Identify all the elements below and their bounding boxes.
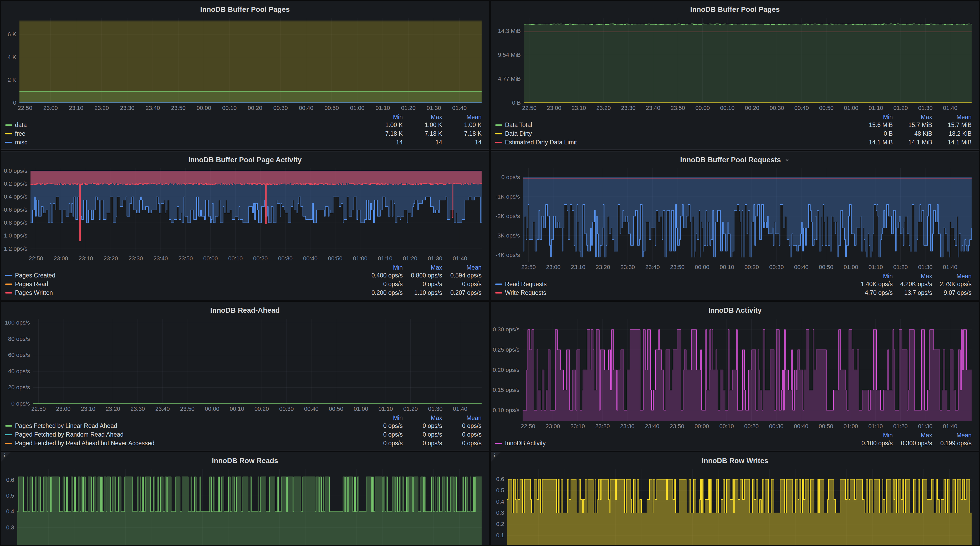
x-axis-tick-label: 01:30 <box>426 105 441 112</box>
legend-series[interactable]: data <box>5 121 363 129</box>
legend-sort-header[interactable]: Max <box>403 264 442 271</box>
legend-series[interactable]: Paged Fetched by Read Ahead but Never Ac… <box>5 440 363 447</box>
x-axis-tick-label: 00:30 <box>279 406 294 412</box>
legend-series[interactable]: Pages Written <box>5 289 363 296</box>
panel-body: 6 K4 K2 K022:5023:0023:1023:2023:3023:40… <box>1 18 489 113</box>
legend-sort-header[interactable]: Mean <box>932 432 972 439</box>
chart-canvas[interactable] <box>523 319 972 421</box>
legend-series-row: Data Dirty0 B48 KiB18.2 KiB <box>495 129 972 138</box>
x-axis-tick-label: 23:30 <box>130 406 145 412</box>
legend-sort-header[interactable]: Min <box>853 273 893 280</box>
legend-sort-header[interactable]: Max <box>403 113 442 121</box>
legend-sort-header[interactable]: Min <box>363 264 403 271</box>
panel-title[interactable]: InnoDB Buffer Pool Requests <box>680 156 781 164</box>
x-axis-tick-label: 00:50 <box>328 255 342 262</box>
legend-sort-header[interactable]: Max <box>893 432 932 439</box>
y-axis-tick-label: 0.1 <box>496 532 504 539</box>
panel-title[interactable]: InnoDB Buffer Pool Page Activity <box>188 156 302 164</box>
legend-sort-header[interactable]: Mean <box>442 113 482 121</box>
panel-body: 0.30 ops/s0.25 ops/s0.20 ops/s0.15 ops/s… <box>491 319 979 431</box>
legend-series[interactable]: Pages Read <box>5 281 363 288</box>
legend-sort-header[interactable]: Mean <box>932 113 972 121</box>
chart-canvas[interactable] <box>18 469 482 545</box>
legend-sort-header[interactable]: Mean <box>442 415 482 421</box>
time-series-chart[interactable] <box>30 168 482 253</box>
legend-max-value: 48 KiB <box>893 130 932 137</box>
panel-title[interactable]: InnoDB Row Reads <box>212 457 278 465</box>
legend-series-label: Write Requests <box>505 289 546 296</box>
panel-2-innodb-buffer-pool-page-activity: InnoDB Buffer Pool Page Activity0.0 ops/… <box>1 151 489 300</box>
legend-sort-header[interactable]: Max <box>893 273 932 280</box>
chart-canvas[interactable] <box>19 18 482 103</box>
chart-area: 0.60.50.40.3 <box>1 469 482 545</box>
legend: MinMaxMeanData Total15.6 MiB15.7 MiB15.7… <box>491 113 979 149</box>
panel-header: InnoDB Buffer Pool Pages <box>1 1 489 18</box>
chart-canvas[interactable] <box>508 469 972 545</box>
y-axis-tick-label: 0 ops/s <box>501 174 520 181</box>
legend-series[interactable]: misc <box>5 139 363 146</box>
time-series-chart[interactable] <box>523 168 972 262</box>
legend-series[interactable]: Pages Fetched by Linear Read Ahead <box>5 422 363 429</box>
panel-info-icon[interactable] <box>491 452 501 462</box>
legend-series-label: misc <box>15 139 27 146</box>
legend-series[interactable]: Data Dirty <box>495 130 853 137</box>
legend-series[interactable]: free <box>5 130 363 137</box>
x-axis-tick-label: 00:30 <box>278 255 293 262</box>
legend-mean-value: 0 ops/s <box>442 422 482 429</box>
legend-series-label: Data Total <box>505 121 532 129</box>
y-axis: 0.0 ops/s-0.2 ops/s-0.4 ops/s-0.6 ops/s-… <box>1 168 30 253</box>
time-series-chart[interactable] <box>19 18 482 103</box>
legend-min-value: 0.200 ops/s <box>363 289 403 296</box>
time-series-chart[interactable] <box>33 319 482 404</box>
panel-info-icon[interactable] <box>1 452 11 462</box>
legend-sort-header[interactable]: Max <box>403 415 442 421</box>
legend-min-value: 4.70 ops/s <box>853 289 893 296</box>
panel-title[interactable]: InnoDB Activity <box>708 307 762 315</box>
panel-title[interactable]: InnoDB Read-Ahead <box>210 307 280 315</box>
time-series-chart[interactable] <box>523 319 972 421</box>
series-color-swatch <box>495 133 502 134</box>
legend-sort-header[interactable]: Min <box>853 432 893 439</box>
panel-title[interactable]: InnoDB Buffer Pool Pages <box>200 6 290 14</box>
y-axis-tick-label: 0.6 <box>496 476 504 483</box>
legend-series[interactable]: Estimatred Dirty Data Limit <box>495 139 853 146</box>
legend-sort-header[interactable]: Min <box>363 415 403 421</box>
legend-sort-header[interactable]: Max <box>893 113 932 121</box>
legend-series[interactable]: InnoDB Activity <box>495 440 853 447</box>
time-series-chart[interactable] <box>18 469 482 545</box>
legend-sort-header[interactable]: Min <box>363 113 403 121</box>
legend-sort-header[interactable]: Min <box>853 113 893 121</box>
y-axis-tick-label: -1.0 ops/s <box>2 232 27 239</box>
legend-sort-header[interactable]: Mean <box>932 273 972 280</box>
panel-title[interactable]: InnoDB Row Writes <box>702 457 768 465</box>
x-axis-tick-label: 01:40 <box>943 423 958 430</box>
legend-series[interactable]: Data Total <box>495 121 853 129</box>
chevron-down-icon[interactable] <box>784 157 790 163</box>
time-series-chart[interactable] <box>508 469 972 545</box>
chart-canvas[interactable] <box>524 18 972 103</box>
x-axis-tick-label: 00:20 <box>744 423 759 430</box>
legend-series[interactable]: Write Requests <box>495 289 853 296</box>
y-axis-tick-label: -1.2 ops/s <box>2 245 27 252</box>
legend-sort-header[interactable]: Mean <box>442 264 482 271</box>
legend-series-row: Data Total15.6 MiB15.7 MiB15.7 MiB <box>495 121 972 129</box>
x-axis-tick-label: 01:20 <box>401 105 415 112</box>
x-axis-tick-label: 01:10 <box>869 105 883 112</box>
x-axis-tick-label: 01:00 <box>844 105 858 112</box>
x-axis-tick-label: 00:40 <box>303 255 318 262</box>
chart-canvas[interactable] <box>523 168 972 262</box>
time-series-chart[interactable] <box>524 18 972 103</box>
x-axis-tick-label: 23:10 <box>79 255 93 262</box>
chart-canvas[interactable] <box>33 319 482 404</box>
legend-series[interactable]: Read Requests <box>495 281 853 288</box>
x-axis-tick-label: 23:10 <box>570 423 585 430</box>
legend-series-label: Pages Created <box>15 272 55 279</box>
legend-mean-value: 14.1 MiB <box>932 139 972 146</box>
panel-title[interactable]: InnoDB Buffer Pool Pages <box>690 6 780 14</box>
x-axis-tick-label: 01:40 <box>943 105 958 112</box>
legend-series[interactable]: Paged Fetched by Random Read Ahead <box>5 431 363 438</box>
series-color-swatch <box>495 284 502 285</box>
y-axis-tick-label: 60 ops/s <box>8 352 30 358</box>
chart-canvas[interactable] <box>30 168 482 253</box>
legend-series[interactable]: Pages Created <box>5 272 363 279</box>
